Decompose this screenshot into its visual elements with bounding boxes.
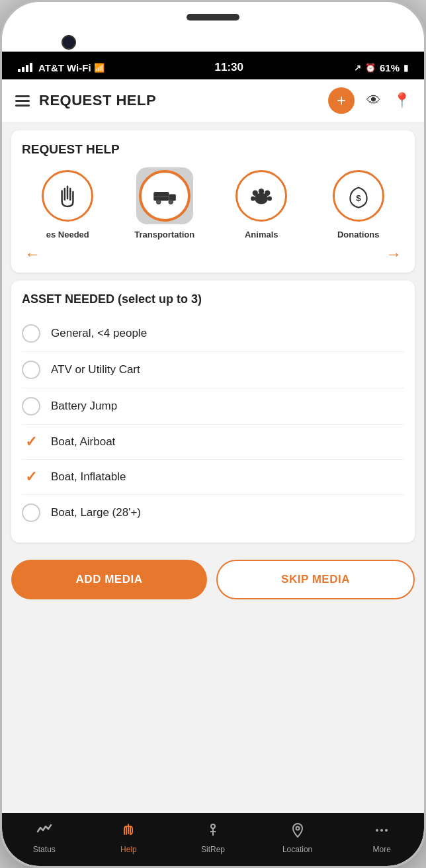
- category-transportation[interactable]: Transportation: [119, 167, 211, 239]
- wifi-icon: 📶: [94, 63, 105, 73]
- check-airboat: ✓: [22, 433, 40, 451]
- menu-button[interactable]: [15, 95, 30, 107]
- asset-label-inflatable: Boat, Inflatable: [51, 470, 126, 484]
- map-icon[interactable]: 📍: [393, 92, 411, 109]
- svg-point-16: [376, 829, 378, 832]
- help-icon: [120, 822, 136, 842]
- asset-item-large-boat[interactable]: Boat, Large (28'+): [22, 495, 404, 531]
- asset-needed-card: ASSET NEEDED (select up to 3) General, <…: [11, 281, 415, 542]
- add-button[interactable]: +: [328, 87, 355, 114]
- category-donations[interactable]: $ Donations: [313, 167, 405, 239]
- phone-speaker: [187, 14, 239, 21]
- asset-label-atv: ATV or Utility Cart: [51, 363, 140, 376]
- battery-label: 61%: [380, 62, 400, 73]
- asset-item-general[interactable]: General, <4 people: [22, 316, 404, 352]
- asset-label-general: General, <4 people: [51, 327, 147, 340]
- svg-point-17: [380, 829, 383, 832]
- add-media-button[interactable]: ADD MEDIA: [11, 560, 207, 599]
- asset-item-airboat[interactable]: ✓ Boat, Airboat: [22, 425, 404, 460]
- page-title: REQUEST HELP: [39, 92, 156, 109]
- carrier-label: AT&T Wi-Fi: [38, 62, 91, 73]
- svg-point-3: [169, 200, 173, 204]
- eye-icon[interactable]: 👁: [366, 92, 381, 109]
- nav-status[interactable]: Status: [2, 813, 87, 866]
- asset-title: ASSET NEEDED (select up to 3): [22, 292, 404, 306]
- action-buttons: ADD MEDIA SKIP MEDIA: [2, 550, 424, 610]
- category-transportation-label: Transportation: [134, 230, 194, 239]
- svg-point-18: [385, 829, 388, 832]
- svg-point-15: [296, 827, 299, 830]
- location-icon: [290, 822, 306, 842]
- nav-location-label: Location: [282, 845, 312, 854]
- hand-icon: [54, 182, 81, 210]
- nav-more[interactable]: More: [339, 813, 424, 866]
- radio-large-boat[interactable]: [22, 503, 40, 522]
- nav-sitrep[interactable]: SitRep: [171, 813, 255, 866]
- phone-frame: AT&T Wi-Fi 📶 11:30 ↗ ⏰ 61% ▮ REQUEST HEL…: [0, 0, 426, 868]
- asset-item-battery[interactable]: Battery Jump: [22, 388, 404, 425]
- nav-help[interactable]: Help: [87, 813, 171, 866]
- svg-point-9: [251, 196, 255, 201]
- truck-icon: [151, 182, 179, 210]
- svg-point-8: [265, 191, 270, 196]
- right-arrow[interactable]: →: [386, 245, 402, 263]
- category-donations-label: Donations: [337, 230, 380, 239]
- category-volunteers-label: es Needed: [46, 230, 89, 239]
- nav-sitrep-label: SitRep: [201, 845, 225, 854]
- nav-help-label: Help: [120, 845, 137, 854]
- main-content: REQUEST HELP es Needed: [2, 122, 424, 813]
- categories-row: es Needed: [22, 167, 404, 239]
- signal-bars: [18, 63, 32, 72]
- asset-item-inflatable[interactable]: ✓ Boat, Inflatable: [22, 460, 404, 495]
- sitrep-icon: [205, 822, 221, 842]
- alarm-icon: ⏰: [365, 63, 376, 73]
- location-arrow-icon: ↗: [354, 63, 361, 73]
- nav-status-label: Status: [33, 845, 56, 854]
- bottom-nav: Status Help: [2, 813, 424, 866]
- time-label: 11:30: [215, 61, 243, 74]
- left-arrow[interactable]: ←: [24, 245, 40, 263]
- asset-label-battery: Battery Jump: [51, 400, 117, 413]
- status-bar: AT&T Wi-Fi 📶 11:30 ↗ ⏰ 61% ▮: [2, 52, 424, 79]
- nav-location[interactable]: Location: [255, 813, 340, 866]
- radio-general[interactable]: [22, 324, 40, 343]
- asset-item-atv[interactable]: ATV or Utility Cart: [22, 352, 404, 388]
- asset-label-airboat: Boat, Airboat: [51, 435, 115, 449]
- category-animals-label: Animals: [245, 230, 278, 239]
- asset-label-large-boat: Boat, Large (28'+): [51, 506, 141, 519]
- svg-point-12: [211, 824, 215, 828]
- nav-arrows: ← →: [22, 239, 404, 265]
- svg-point-2: [156, 200, 161, 204]
- more-icon: [374, 822, 390, 842]
- skip-media-button[interactable]: SKIP MEDIA: [216, 560, 415, 599]
- category-volunteers[interactable]: es Needed: [22, 167, 114, 239]
- svg-point-10: [267, 196, 272, 201]
- request-help-title: REQUEST HELP: [22, 142, 404, 157]
- phone-camera: [62, 35, 76, 50]
- check-inflatable: ✓: [22, 468, 40, 486]
- category-animals[interactable]: Animals: [216, 167, 308, 239]
- app-header: REQUEST HELP + 👁 📍: [2, 79, 424, 122]
- svg-point-7: [259, 189, 264, 194]
- request-help-card: REQUEST HELP es Needed: [11, 130, 415, 273]
- status-icon: [36, 822, 52, 842]
- paw-icon: [247, 182, 275, 210]
- battery-icon: ▮: [404, 63, 408, 73]
- svg-point-6: [253, 191, 258, 196]
- nav-more-label: More: [373, 845, 391, 854]
- radio-atv[interactable]: [22, 361, 40, 379]
- radio-battery[interactable]: [22, 397, 40, 415]
- donations-icon: $: [345, 182, 372, 210]
- svg-text:$: $: [356, 193, 361, 203]
